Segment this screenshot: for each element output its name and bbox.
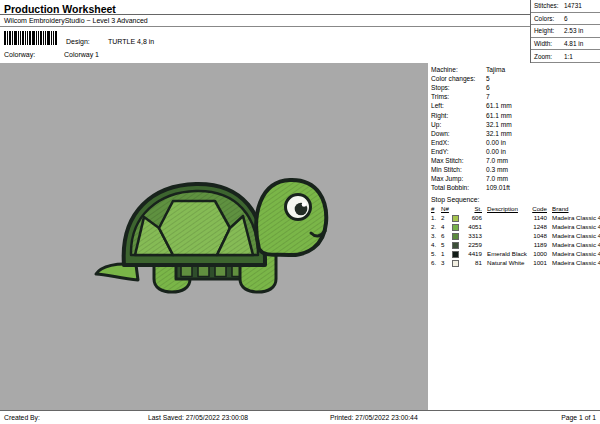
machine-info-row: EndX:0.00 in bbox=[431, 138, 600, 147]
machine-info-row: Min Stitch:0.3 mm bbox=[431, 165, 600, 174]
seq-brand: Madeira Classic 40 bbox=[552, 214, 600, 221]
created-by-label: Created By: bbox=[4, 414, 40, 421]
info-label: Max Stitch: bbox=[431, 157, 486, 164]
seq-needle: 5 bbox=[441, 241, 452, 248]
seq-stitches: 4419 bbox=[465, 250, 487, 257]
machine-info-row: Left:61.1 mm bbox=[431, 101, 600, 110]
seq-code: 1001 bbox=[530, 259, 552, 266]
design-value: TURTLE 4,8 in bbox=[108, 38, 154, 45]
info-label: Max Jump: bbox=[431, 175, 486, 182]
info-label: Trims: bbox=[431, 93, 486, 100]
summary-label: Height: bbox=[531, 27, 564, 34]
info-label: Machine: bbox=[431, 66, 486, 73]
info-label: Total Bobbin: bbox=[431, 184, 486, 191]
app-subtitle: Wilcom EmbroideryStudio ~ Level 3 Advanc… bbox=[0, 15, 530, 27]
seq-swatch-cell bbox=[452, 214, 465, 222]
info-panel: Machine:Tajima Color changes:5 Stops:6 T… bbox=[428, 63, 600, 410]
info-label: Left: bbox=[431, 102, 486, 109]
seq-code: 1189 bbox=[530, 241, 552, 248]
seq-needle: 6 bbox=[441, 232, 452, 239]
colorway-label: Colorway: bbox=[4, 51, 35, 58]
seq-num: 2. bbox=[431, 223, 441, 230]
info-value: 61.1 mm bbox=[486, 102, 512, 109]
summary-value: 1:1 bbox=[564, 53, 573, 60]
thread-swatch bbox=[452, 242, 459, 249]
seq-brand: Madeira Classic 40 bbox=[552, 232, 600, 239]
seq-num: 1. bbox=[431, 214, 441, 221]
info-label: Min Stitch: bbox=[431, 166, 486, 173]
thread-swatch bbox=[452, 251, 459, 258]
seq-needle: 1 bbox=[441, 250, 452, 257]
machine-info-row: Max Stitch:7.0 mm bbox=[431, 156, 600, 165]
summary-value: 14731 bbox=[564, 2, 582, 9]
seq-description: Natural White bbox=[487, 259, 530, 266]
seq-code: 1248 bbox=[530, 223, 552, 230]
thread-swatch bbox=[452, 233, 459, 240]
info-label: Stops: bbox=[431, 84, 486, 91]
seq-swatch-cell bbox=[452, 232, 465, 240]
machine-info-row: Total Bobbin:109.01ft bbox=[431, 183, 600, 192]
design-summary-box: Stitches:14731 Colors:6 Height:2.53 in W… bbox=[530, 0, 600, 63]
info-value: 0.00 in bbox=[486, 148, 506, 155]
machine-info-row: Machine:Tajima bbox=[431, 65, 600, 74]
seq-num: 5. bbox=[431, 250, 441, 257]
seq-code: 1048 bbox=[530, 232, 552, 239]
design-label: Design: bbox=[66, 38, 90, 45]
info-value: 32.1 mm bbox=[486, 130, 512, 137]
turtle-eye-glint bbox=[302, 202, 307, 207]
machine-info-row: Trims:7 bbox=[431, 92, 600, 101]
thread-swatch bbox=[452, 224, 459, 231]
seq-stitches: 2259 bbox=[465, 241, 487, 248]
last-saved-text: Last Saved: 27/05/2022 23:00:08 bbox=[148, 414, 248, 421]
page-number: Page 1 of 1 bbox=[561, 414, 596, 421]
stop-sequence-row: 4. 5 2259 1189 Madeira Classic 40 bbox=[431, 240, 600, 249]
machine-info-row: EndY:0.00 in bbox=[431, 147, 600, 156]
seq-stitches: 81 bbox=[465, 259, 487, 266]
seq-needle: 4 bbox=[441, 223, 452, 230]
machine-info-row: Stops:6 bbox=[431, 83, 600, 92]
thread-swatch bbox=[452, 260, 459, 267]
seq-swatch-cell bbox=[452, 241, 465, 249]
seq-stitches: 3313 bbox=[465, 232, 487, 239]
seq-swatch-cell bbox=[452, 259, 465, 267]
info-label: EndY: bbox=[431, 148, 486, 155]
info-value: 7.0 mm bbox=[486, 175, 508, 182]
seq-brand: Madeira Classic 40 bbox=[552, 259, 600, 266]
seq-swatch-cell bbox=[452, 223, 465, 231]
seq-brand: Madeira Classic 40 bbox=[552, 223, 600, 230]
seq-num: 6. bbox=[431, 259, 441, 266]
summary-label: Zoom: bbox=[531, 53, 564, 60]
stop-sequence-row: 2. 4 4051 1248 Madeira Classic 40 bbox=[431, 222, 600, 231]
seq-code: 1000 bbox=[530, 250, 552, 257]
summary-label: Colors: bbox=[531, 15, 564, 22]
colorway-value: Colorway 1 bbox=[64, 51, 99, 58]
info-label: Color changes: bbox=[431, 75, 486, 82]
info-value: 7.0 mm bbox=[486, 157, 508, 164]
col-header-needle: N# bbox=[441, 205, 452, 212]
info-label: Right: bbox=[431, 112, 486, 119]
summary-row: Stitches:14731 bbox=[531, 0, 600, 13]
stop-sequence-header: # N# St. Description Code Brand bbox=[431, 204, 600, 213]
summary-row: Colors:6 bbox=[531, 13, 600, 26]
seq-brand: Madeira Classic 40 bbox=[552, 241, 600, 248]
info-value: 0.00 in bbox=[486, 139, 506, 146]
seq-stitches: 606 bbox=[465, 214, 487, 221]
stop-sequence-row: 3. 6 3313 1048 Madeira Classic 40 bbox=[431, 231, 600, 240]
seq-swatch-cell bbox=[452, 250, 465, 258]
info-label: Down: bbox=[431, 130, 486, 137]
info-value: 61.1 mm bbox=[486, 112, 512, 119]
machine-info-row: Down:32.1 mm bbox=[431, 129, 600, 138]
stop-sequence-row: 5. 1 4419 Emerald Black 1000 Madeira Cla… bbox=[431, 249, 600, 258]
info-value: 5 bbox=[486, 75, 490, 82]
stop-sequence-title: Stop Sequence: bbox=[431, 196, 600, 203]
summary-label: Stitches: bbox=[531, 2, 564, 9]
summary-row: Width:4.81 in bbox=[531, 38, 600, 51]
info-value: 7 bbox=[486, 93, 490, 100]
info-value: Tajima bbox=[486, 66, 505, 73]
seq-brand: Madeira Classic 40 bbox=[552, 250, 600, 257]
design-canvas bbox=[0, 63, 428, 410]
summary-row: Height:2.53 in bbox=[531, 25, 600, 38]
thread-swatch bbox=[452, 215, 459, 222]
col-header-st: St. bbox=[465, 205, 487, 212]
printed-text: Printed: 27/05/2022 23:00:44 bbox=[330, 414, 418, 421]
